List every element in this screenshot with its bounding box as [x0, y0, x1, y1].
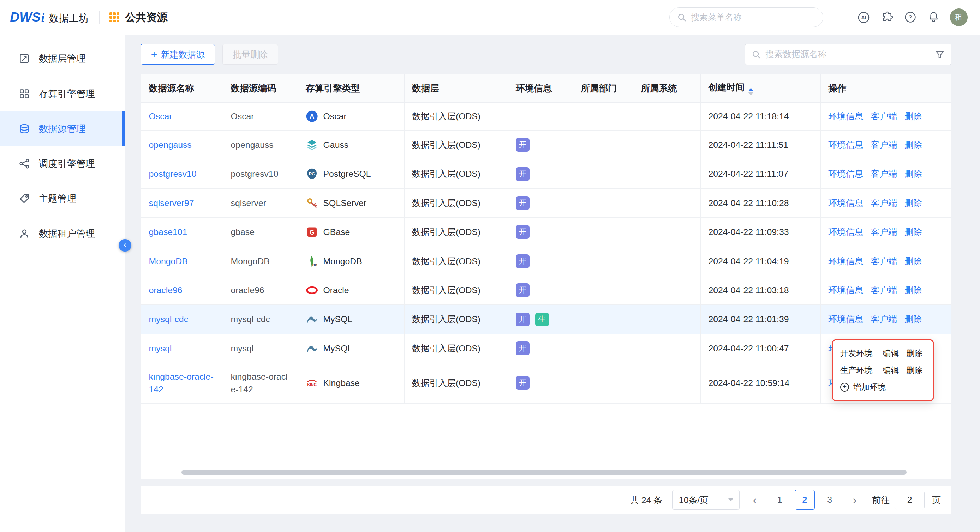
env-delete-link[interactable]: 删除: [906, 365, 923, 376]
client-link[interactable]: 客户端: [871, 314, 897, 324]
client-link[interactable]: 客户端: [871, 169, 897, 178]
app-logo[interactable]: DWSi 数据工坊: [10, 10, 89, 25]
client-link[interactable]: 客户端: [871, 286, 897, 295]
menu-search-input[interactable]: [691, 12, 815, 22]
sidebar-item-label: 数据层管理: [39, 52, 86, 65]
delete-link[interactable]: 删除: [904, 227, 922, 237]
datasource-name-link[interactable]: postgresv10: [149, 169, 197, 178]
goto-unit: 页: [932, 494, 941, 506]
cell-env: 开: [508, 130, 573, 159]
delete-link[interactable]: 删除: [904, 256, 922, 266]
cell-env: 开生: [508, 305, 573, 334]
datasource-search-input[interactable]: [765, 49, 931, 59]
sort-icon[interactable]: [748, 88, 753, 95]
delete-link[interactable]: 删除: [904, 314, 922, 324]
datasource-name-link[interactable]: opengauss: [149, 140, 192, 149]
svg-text:G: G: [310, 229, 315, 236]
sidebar-item-label: 存算引擎管理: [39, 87, 95, 100]
module-switcher[interactable]: 公共资源: [110, 10, 168, 25]
cell-created: 2024-04-22 11:00:47: [701, 334, 821, 363]
env-info-link[interactable]: 环境信息: [828, 314, 863, 324]
engine-name: MySQL: [323, 313, 353, 325]
new-datasource-button[interactable]: 新建数据源: [140, 44, 215, 65]
cell-env: 开: [508, 188, 573, 217]
new-datasource-label: 新建数据源: [161, 49, 205, 60]
cell-layer: 数据引入层(ODS): [404, 246, 508, 276]
notification-bell-icon[interactable]: [927, 11, 940, 24]
env-badge-dev: 开: [516, 167, 530, 181]
delete-link[interactable]: 删除: [904, 169, 922, 178]
page-button-1[interactable]: 1: [770, 490, 790, 510]
cell-layer: 数据引入层(ODS): [404, 218, 508, 246]
env-edit-link[interactable]: 编辑: [883, 348, 899, 359]
client-link[interactable]: 客户端: [871, 111, 897, 121]
env-info-link[interactable]: 环境信息: [828, 140, 863, 149]
column-header-label: 环境信息: [516, 83, 552, 93]
datasource-name-link[interactable]: MongoDB: [149, 256, 188, 266]
client-link[interactable]: 客户端: [871, 227, 897, 237]
sidebar-item-data-layer[interactable]: 数据层管理: [0, 41, 125, 76]
client-link[interactable]: 客户端: [871, 256, 897, 266]
sidebar-item-storage-engine[interactable]: 存算引擎管理: [0, 76, 125, 111]
client-link[interactable]: 客户端: [871, 140, 897, 149]
cell-engine: SQLServer: [298, 188, 404, 217]
column-header[interactable]: 创建时间: [701, 74, 821, 102]
engine-name: Kingbase: [323, 377, 360, 389]
add-environment-button[interactable]: 增加环境: [840, 378, 926, 395]
datasource-search-box[interactable]: [745, 44, 951, 65]
help-icon[interactable]: ?: [904, 11, 917, 24]
sidebar-item-scheduler[interactable]: 调度引擎管理: [0, 146, 125, 181]
client-link[interactable]: 客户端: [871, 198, 897, 208]
env-info-link[interactable]: 环境信息: [828, 286, 863, 295]
menu-search-box[interactable]: [669, 7, 823, 27]
sidebar-item-tenant[interactable]: 数据租户管理: [0, 216, 125, 251]
env-info-link[interactable]: 环境信息: [828, 227, 863, 237]
prev-page-button[interactable]: [745, 490, 765, 510]
datasource-name-link[interactable]: kingbase-oracle-142: [149, 372, 213, 394]
cell-created: 2024-04-22 11:01:39: [701, 305, 821, 334]
table-row: kingbase-oracle-142kingbase-oracle-142KI…: [141, 363, 951, 403]
goto-page-input[interactable]: [894, 491, 924, 510]
user-avatar[interactable]: 租: [950, 8, 968, 26]
env-delete-link[interactable]: 删除: [906, 348, 923, 359]
sidebar-collapse-button[interactable]: [119, 239, 131, 251]
engine-name: MySQL: [323, 342, 353, 354]
batch-delete-button[interactable]: 批量删除: [223, 44, 278, 65]
column-header: 所属系统: [633, 74, 700, 102]
delete-link[interactable]: 删除: [904, 111, 922, 121]
datasource-name-link[interactable]: gbase101: [149, 227, 188, 237]
env-info-link[interactable]: 环境信息: [828, 169, 863, 178]
next-page-button[interactable]: [845, 490, 865, 510]
env-info-link[interactable]: 环境信息: [828, 198, 863, 208]
engine: Gauss: [306, 139, 397, 151]
page-button-3[interactable]: 3: [820, 490, 840, 510]
delete-link[interactable]: 删除: [904, 286, 922, 295]
datasource-table-card: 数据源名称数据源编码存算引擎类型数据层环境信息所属部门所属系统创建时间操作 Os…: [140, 74, 951, 479]
datasource-name-link[interactable]: Oscar: [149, 111, 172, 121]
page-button-2[interactable]: 2: [795, 490, 815, 510]
engine: AOscar: [306, 110, 397, 122]
page-size-select[interactable]: 10条/页: [672, 490, 740, 510]
horizontal-scrollbar[interactable]: [181, 470, 907, 475]
datasource-name-link[interactable]: oracle96: [149, 286, 183, 295]
filter-icon[interactable]: [935, 50, 945, 59]
sidebar-item-theme[interactable]: 主题管理: [0, 181, 125, 216]
delete-link[interactable]: 删除: [904, 198, 922, 208]
sidebar-item-label: 调度引擎管理: [39, 157, 95, 170]
datasource-name-link[interactable]: sqlserver97: [149, 198, 194, 208]
cell-code: opengauss: [223, 130, 298, 159]
engine-name: SQLServer: [323, 197, 367, 209]
delete-link[interactable]: 删除: [904, 140, 922, 149]
env-info-link[interactable]: 环境信息: [828, 256, 863, 266]
datasource-name-link[interactable]: mysql: [149, 344, 172, 353]
datasource-name-link[interactable]: mysql-cdc: [149, 314, 188, 324]
sidebar-item-datasource[interactable]: 数据源管理: [0, 111, 125, 146]
cell-engine: MySQL: [298, 334, 404, 363]
env-edit-link[interactable]: 编辑: [883, 365, 899, 376]
cell-engine: MySQL: [298, 305, 404, 334]
plugin-icon[interactable]: [881, 11, 894, 24]
env-info-link[interactable]: 环境信息: [828, 111, 863, 121]
column-header-label: 所属系统: [641, 83, 677, 93]
cell-created: 2024-04-22 11:11:07: [701, 159, 821, 188]
ai-assistant-icon[interactable]: AI: [857, 11, 870, 24]
